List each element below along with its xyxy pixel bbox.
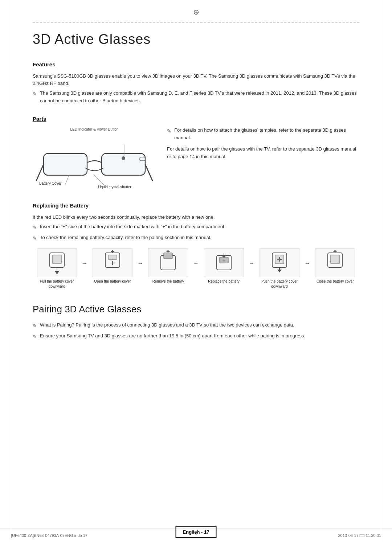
features-heading: Features xyxy=(33,61,359,69)
parts-note-2-text: For details on how to pair the glasses w… xyxy=(167,145,359,161)
parts-notes: ✎ For details on how to attach the glass… xyxy=(167,127,359,163)
liquid-crystal-label: Liquid crystal shutter xyxy=(98,184,131,190)
page: ⊕ 3D Active Glasses Features Samsung's S… xyxy=(0,0,392,542)
features-note-text: The Samsung 3D glasses are only compatib… xyxy=(40,90,359,105)
led-label: LED Indicator & Power Button xyxy=(33,127,156,132)
svg-marker-40 xyxy=(333,250,337,252)
note-pencil-icon-4: ✎ xyxy=(33,322,37,330)
battery-step-1: Pull the battery cover downward xyxy=(33,248,81,289)
step-3-image xyxy=(148,248,188,277)
step-4-label: Replace the battery xyxy=(208,279,240,284)
page-title: 3D Active Glasses xyxy=(33,29,359,50)
note-pencil-icon: ✎ xyxy=(33,90,37,98)
footer-right-text: 2013-06-17 □□ 11:30:01 xyxy=(196,533,381,539)
step-2-label: Open the battery cover xyxy=(94,279,131,284)
parts-note-1: ✎ For details on how to attach the glass… xyxy=(167,127,359,142)
replacing-note-2-text: To check the remaining battery capacity,… xyxy=(40,234,211,242)
step-6-image xyxy=(315,248,355,277)
step-2-image xyxy=(93,248,132,277)
step-3-label: Remove the battery xyxy=(152,279,184,284)
replacing-heading: Replacing the Battery xyxy=(33,202,359,210)
page-footer: [UF6400-ZA]BN68-04793A-07ENG.indb 17 Eng… xyxy=(0,529,392,542)
arrow-3: → xyxy=(192,248,200,268)
svg-rect-12 xyxy=(53,255,61,264)
arrow-4: → xyxy=(248,248,255,268)
parts-section: Parts LED Indicator & Power Button xyxy=(33,115,359,192)
svg-line-0 xyxy=(36,164,44,181)
svg-marker-24 xyxy=(166,250,170,252)
svg-rect-38 xyxy=(331,255,339,264)
parts-layout: LED Indicator & Power Button xyxy=(33,127,359,192)
battery-cover-label: Battery Cover xyxy=(39,181,61,186)
arrow-5: → xyxy=(304,248,311,268)
right-margin-line xyxy=(381,0,381,542)
parts-diagram: LED Indicator & Power Button xyxy=(33,127,156,192)
parts-note-1-text: For details on how to attach the glasses… xyxy=(174,127,359,142)
note-pencil-icon-2: ✎ xyxy=(33,223,37,231)
battery-step-6: Close the battery cover xyxy=(311,248,359,284)
replacing-note-1: ✎ Insert the "+" side of the battery int… xyxy=(33,223,359,231)
replacing-body: If the red LED blinks every two seconds … xyxy=(33,214,359,221)
battery-steps-row: Pull the battery cover downward → xyxy=(33,248,359,289)
step-5-label: Push the battery cover downward xyxy=(260,279,299,289)
crosshair-top-icon: ⊕ xyxy=(193,7,199,17)
step-1-image xyxy=(37,248,77,277)
svg-rect-16 xyxy=(108,255,117,259)
arrow-1: → xyxy=(81,248,88,268)
note-pencil-icon-5: ✎ xyxy=(33,333,37,341)
replacing-note-2: ✎ To check the remaining battery capacit… xyxy=(33,234,359,242)
arrow-2: → xyxy=(137,248,144,268)
parts-note-2: For details on how to pair the glasses w… xyxy=(167,145,359,161)
left-margin-line xyxy=(11,0,11,542)
svg-marker-20 xyxy=(110,250,115,252)
footer-left-text: [UF6400-ZA]BN68-04793A-07ENG.indb 17 xyxy=(11,533,196,539)
pairing-title: Pairing 3D Active Glasses xyxy=(33,302,359,316)
svg-rect-9 xyxy=(44,154,86,174)
replacing-section: Replacing the Battery If the red LED bli… xyxy=(33,202,359,289)
pairing-note-1-text: What is Pairing? Pairing is the process … xyxy=(40,321,294,329)
features-body: Samsung's SSG-5100GB 3D glasses enable y… xyxy=(33,73,359,88)
features-note: ✎ The Samsung 3D glasses are only compat… xyxy=(33,90,359,105)
pairing-section: Pairing 3D Active Glasses ✎ What is Pair… xyxy=(33,302,359,341)
note-pencil-icon-1: ✎ xyxy=(167,127,171,135)
svg-marker-14 xyxy=(55,271,59,275)
step-5-image xyxy=(260,248,299,277)
step-1-label: Pull the battery cover downward xyxy=(37,279,77,289)
svg-rect-10 xyxy=(102,154,144,174)
replacing-note-1-text: Insert the "+" side of the battery into … xyxy=(40,223,225,231)
battery-step-2: Open the battery cover xyxy=(88,248,136,284)
svg-marker-36 xyxy=(277,270,282,272)
battery-step-5: Push the battery cover downward xyxy=(255,248,303,289)
features-section: Features Samsung's SSG-5100GB 3D glasses… xyxy=(33,61,359,105)
glasses-svg: Battery Cover Liquid crystal shutter xyxy=(33,134,156,192)
top-rule xyxy=(33,22,359,22)
svg-line-3 xyxy=(145,164,152,181)
pairing-note-2-text: Ensure your Samsung TV and 3D glasses ar… xyxy=(40,332,305,340)
note-pencil-icon-3: ✎ xyxy=(33,234,37,242)
parts-heading: Parts xyxy=(33,115,359,123)
svg-rect-22 xyxy=(164,253,172,259)
step-4-image xyxy=(204,248,244,277)
pairing-note-1: ✎ What is Pairing? Pairing is the proces… xyxy=(33,321,359,330)
step-6-label: Close the battery cover xyxy=(317,279,354,284)
battery-step-4: Replace the battery xyxy=(200,248,248,284)
pairing-note-2: ✎ Ensure your Samsung TV and 3D glasses … xyxy=(33,332,359,341)
svg-line-6 xyxy=(65,175,69,184)
crosshair-bottom-icon: ⊕ xyxy=(194,528,199,537)
battery-step-3: Remove the battery xyxy=(144,248,192,284)
